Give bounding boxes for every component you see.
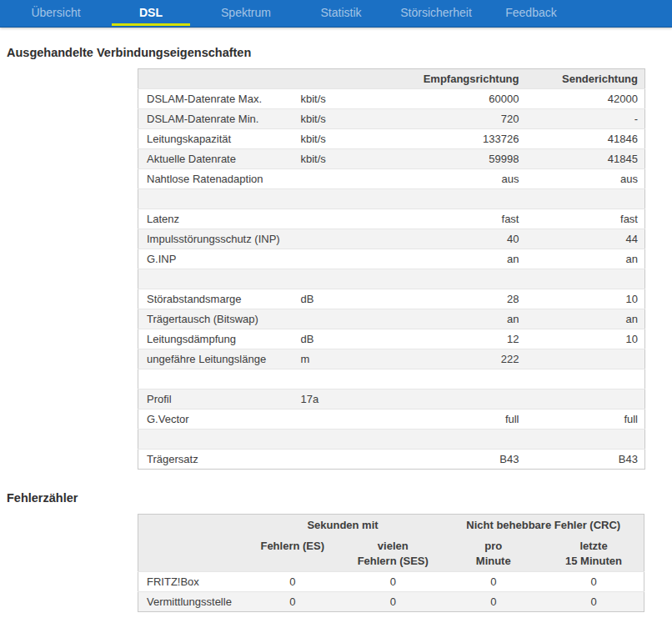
cell-receive-value: an: [372, 309, 526, 329]
cell-send-value: 10: [526, 329, 645, 349]
cell-send-value: [526, 269, 645, 289]
header-line: letzte: [550, 539, 637, 554]
dsl-info-page: Ausgehandelte Verbindungseigenschaften E…: [0, 46, 672, 612]
table-row: StörabstandsmargedB2810: [138, 289, 645, 309]
table-row: FRITZ!Box0000: [138, 571, 644, 591]
cell-error-count: 0: [343, 571, 444, 591]
cell-error-count: 0: [444, 571, 544, 591]
header-group-seconds-with: Sekunden mit: [243, 515, 444, 535]
table-row-spacer: [138, 189, 645, 209]
error-table-group-header-row: Sekunden mit Nicht behebbare Fehler (CRC…: [138, 515, 644, 535]
cell-send-value: 41845: [526, 149, 645, 169]
cell-property-label: Latenz: [138, 209, 294, 229]
cell-receive-value: [372, 369, 526, 389]
table-row-spacer: [138, 369, 645, 389]
header-empty: [138, 535, 243, 572]
header-group-uncorrectable-errors-crc: Nicht behebbare Fehler (CRC): [444, 515, 644, 535]
table-row: Latenzfastfast: [138, 209, 645, 229]
cell-error-count: 0: [243, 591, 344, 611]
cell-send-value: -: [526, 109, 645, 129]
cell-property-label: [138, 369, 294, 389]
cell-unit: kbit/s: [294, 129, 372, 149]
cell-error-count: 0: [544, 591, 644, 611]
cell-unit: dB: [294, 329, 372, 349]
cell-unit: kbit/s: [294, 149, 372, 169]
cell-receive-value: 59998: [372, 149, 526, 169]
cell-send-value: [526, 369, 645, 389]
tab-spektrum[interactable]: Spektrum: [198, 0, 293, 27]
cell-property-label: DSLAM-Datenrate Min.: [138, 109, 294, 129]
error-counters-title: Fehlerzähler: [7, 491, 672, 505]
cell-unit: [294, 409, 372, 430]
table-row: DSLAM-Datenrate Max.kbit/s6000042000: [138, 89, 645, 109]
header-line: vielen: [349, 539, 437, 554]
table-row: DSLAM-Datenrate Min.kbit/s720-: [138, 109, 645, 129]
cell-receive-value: 40: [372, 229, 526, 249]
header-empty-label: [138, 69, 294, 89]
cell-send-value: [526, 430, 645, 450]
cell-property-label: G.INP: [138, 249, 294, 269]
cell-receive-value: [372, 389, 526, 409]
header-send-direction: Senderichtung: [526, 69, 645, 89]
table-row: Vermittlungsstelle0000: [138, 591, 644, 611]
cell-property-label: [138, 430, 294, 450]
cell-property-label: Störabstandsmarge: [138, 289, 294, 309]
cell-error-count: 0: [544, 571, 644, 591]
cell-receive-value: 720: [372, 109, 526, 129]
cell-property-label: Profil: [138, 389, 294, 409]
cell-send-value: fast: [526, 209, 645, 229]
cell-property-label: G.Vector: [138, 409, 294, 430]
header-per-minute: pro Minute: [444, 535, 544, 572]
tab-st-rsicherheit[interactable]: Störsicherheit: [389, 0, 484, 27]
header-empty-unit: [294, 69, 372, 89]
cell-unit: [294, 309, 372, 329]
table-row: TrägersatzB43B43: [138, 450, 645, 470]
table-row: Aktuelle Datenratekbit/s5999841845: [138, 149, 645, 169]
header-line: 15 Minuten: [550, 554, 637, 569]
table-row: Profil17a: [138, 389, 645, 409]
table-row: Leitungskapazitätkbit/s13372641846: [138, 129, 645, 149]
cell-receive-value: [372, 189, 526, 209]
cell-property-label: ungefähre Leitungslänge: [138, 349, 294, 369]
connection-properties-title: Ausgehandelte Verbindungseigenschaften: [7, 46, 672, 59]
cell-send-value: an: [526, 309, 645, 329]
cell-receive-value: B43: [372, 450, 526, 470]
cell-send-value: aus: [526, 169, 645, 189]
cell-unit: 17a: [294, 389, 372, 409]
cell-unit: [294, 430, 372, 450]
cell-unit: [294, 249, 372, 269]
cell-unit: [294, 189, 372, 209]
cell-send-value: [526, 189, 645, 209]
header-line: [249, 554, 337, 569]
cell-receive-value: aus: [372, 169, 526, 189]
table-row: Nahtlose Ratenadaptionausaus: [138, 169, 645, 189]
table-row-spacer: [138, 269, 645, 289]
header-line: Fehlern (SES): [349, 554, 437, 569]
tab-feedback[interactable]: Feedback: [484, 0, 579, 27]
header-receive-direction: Empfangsrichtung: [372, 69, 526, 89]
tab-bar: ÜbersichtDSLSpektrumStatistikStörsicherh…: [0, 0, 672, 28]
header-line: Minute: [450, 554, 538, 569]
table-row: Trägertausch (Bitswap)anan: [138, 309, 645, 329]
table-row: LeitungsdämpfungdB1210: [138, 329, 645, 349]
table-row: G.Vectorfullfull: [138, 409, 645, 430]
cell-receive-value: [372, 269, 526, 289]
tab-dsl[interactable]: DSL: [103, 0, 198, 27]
cell-receive-value: 133726: [372, 129, 526, 149]
error-counters-table: Sekunden mit Nicht behebbare Fehler (CRC…: [138, 514, 644, 612]
error-table-subheader-row: Fehlern (ES) vielen Fehlern (SES) pro Mi…: [138, 535, 644, 572]
cell-send-value: 42000: [526, 89, 645, 109]
tab-statistik[interactable]: Statistik: [293, 0, 389, 27]
cell-device-label: Vermittlungsstelle: [138, 591, 243, 611]
header-severely-errored-seconds: vielen Fehlern (SES): [343, 535, 444, 572]
cell-receive-value: 28: [372, 289, 526, 309]
header-line: pro: [450, 539, 538, 554]
cell-unit: m: [294, 349, 372, 369]
cell-receive-value: fast: [372, 209, 526, 229]
cell-property-label: Leitungsdämpfung: [138, 329, 294, 349]
connection-table-header-row: Empfangsrichtung Senderichtung: [138, 69, 645, 89]
cell-receive-value: [372, 430, 526, 450]
cell-error-count: 0: [343, 591, 444, 611]
tab--bersicht[interactable]: Übersicht: [8, 0, 103, 27]
cell-send-value: [526, 349, 645, 369]
